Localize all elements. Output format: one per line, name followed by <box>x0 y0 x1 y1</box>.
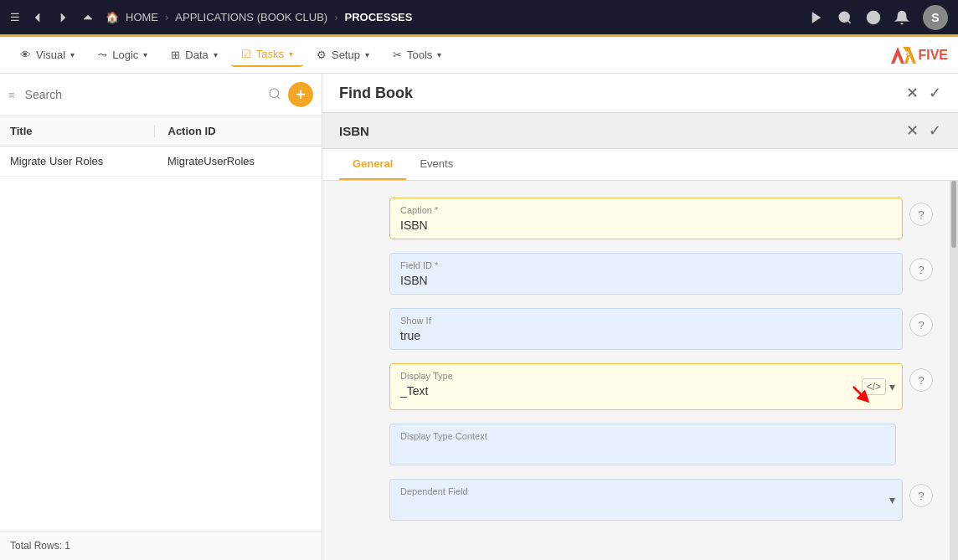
add-button[interactable]: + <box>288 82 313 107</box>
svg-marker-0 <box>812 12 822 23</box>
display-type-context-row: Display Type Context <box>389 424 933 465</box>
notification-icon[interactable] <box>894 10 909 25</box>
tasks-label: Tasks <box>256 48 284 60</box>
isbn-check-button[interactable]: ✓ <box>929 121 941 140</box>
menu-setup[interactable]: ⚙ Setup ▾ <box>306 44 379 66</box>
display-type-value: _Text <box>400 384 892 398</box>
show-if-row: Show If true ? <box>389 308 933 350</box>
find-book-panel-header: Find Book ✕ ✓ <box>322 74 958 113</box>
show-if-help-button[interactable]: ? <box>909 313 933 337</box>
find-book-title: Find Book <box>339 85 906 102</box>
field-id-help-button[interactable]: ? <box>909 258 933 281</box>
dependent-field[interactable]: Dependent Field ▾ <box>389 479 903 521</box>
setup-label: Setup <box>332 49 360 61</box>
menu-visual[interactable]: 👁 Visual ▾ <box>10 44 85 66</box>
table-row[interactable]: Migrate User Roles MigrateUserRoles <box>0 146 322 177</box>
display-type-dropdown-button[interactable]: ▾ <box>889 380 895 393</box>
content-area: Find Book ✕ ✓ ISBN ✕ ✓ General Events <box>322 74 958 560</box>
data-label: Data <box>185 49 208 61</box>
svg-marker-6 <box>903 47 916 64</box>
logic-caret: ▾ <box>143 50 147 59</box>
tools-caret: ▾ <box>437 50 441 59</box>
tasks-icon: ☑ <box>241 48 251 60</box>
tab-general[interactable]: General <box>339 149 406 180</box>
scrollbar-thumb[interactable] <box>951 181 956 248</box>
back-icon[interactable] <box>30 10 45 25</box>
display-type-help-button[interactable]: ? <box>909 368 933 392</box>
form-content: Caption * ISBN ? Field ID * ISBN ? <box>322 181 950 560</box>
title-column-header: Title <box>10 125 155 137</box>
record-icon[interactable] <box>837 10 852 25</box>
menu-data[interactable]: ⊞ Data ▾ <box>161 44 227 66</box>
separator-2: › <box>334 11 337 23</box>
sidebar-footer: Total Rows: 1 <box>0 531 322 560</box>
display-type-row: Display Type _Text </> ▾ <box>389 363 933 410</box>
logic-icon: ⤳ <box>98 49 107 61</box>
find-book-close-button[interactable]: ✕ <box>906 84 919 102</box>
display-type-context-field[interactable]: Display Type Context <box>389 424 896 465</box>
processes-label[interactable]: PROCESSES <box>344 11 412 23</box>
home-icon: 🏠 <box>106 11 119 23</box>
breadcrumb: 🏠 HOME › APPLICATIONS (BOOK CLUB) › PROC… <box>106 11 412 23</box>
setup-icon: ⚙ <box>317 49 327 61</box>
main-layout: ≡ + Title Action ID Migrate User Roles M… <box>0 74 958 560</box>
filter-icon[interactable]: ≡ <box>8 89 15 101</box>
sidebar-search-bar: ≡ + <box>0 74 322 116</box>
home-label[interactable]: HOME <box>126 11 158 23</box>
field-id-field[interactable]: Field ID * ISBN <box>389 253 903 295</box>
dependent-field-row: Dependent Field ▾ ? <box>389 479 933 521</box>
visual-caret: ▾ <box>70 50 75 59</box>
user-avatar[interactable]: S <box>923 5 948 30</box>
isbn-close-button[interactable]: ✕ <box>906 121 919 140</box>
caption-field[interactable]: Caption * ISBN <box>389 198 903 239</box>
visual-label: Visual <box>36 49 65 61</box>
tools-icon: ✂ <box>393 49 402 61</box>
isbn-title: ISBN <box>339 124 906 138</box>
field-id-label: Field ID * <box>400 260 892 270</box>
row-action-id: MigrateUserRoles <box>154 155 312 167</box>
menu-tools[interactable]: ✂ Tools ▾ <box>383 44 451 66</box>
show-if-label: Show If <box>400 316 892 326</box>
svg-marker-5 <box>891 47 904 64</box>
five-logo: FIVE <box>891 47 948 64</box>
find-book-actions: ✕ ✓ <box>906 84 941 102</box>
svg-point-1 <box>839 12 849 22</box>
menu-logic[interactable]: ⤳ Logic ▾ <box>88 44 157 66</box>
display-type-field[interactable]: Display Type _Text </> ▾ <box>389 363 903 410</box>
svg-line-2 <box>847 20 850 23</box>
forward-icon[interactable] <box>55 10 70 25</box>
show-if-value: true <box>400 329 892 342</box>
field-id-value: ISBN <box>400 274 892 287</box>
display-type-code-button[interactable]: </> <box>862 378 886 395</box>
play-icon[interactable] <box>809 10 824 25</box>
dependent-field-help-button[interactable]: ? <box>909 484 933 507</box>
tasks-caret: ▾ <box>289 49 293 59</box>
tools-label: Tools <box>407 49 432 61</box>
search-input[interactable] <box>25 88 261 101</box>
data-icon: ⊞ <box>171 49 180 61</box>
field-id-row: Field ID * ISBN ? <box>389 253 933 295</box>
menu-tasks[interactable]: ☑ Tasks ▾ <box>231 43 303 67</box>
caption-value: ISBN <box>400 218 892 232</box>
app-label[interactable]: APPLICATIONS (BOOK CLUB) <box>175 11 327 23</box>
dependent-field-dropdown-button[interactable]: ▾ <box>889 493 895 506</box>
scrollbar[interactable] <box>950 181 958 560</box>
menu-bar: 👁 Visual ▾ ⤳ Logic ▾ ⊞ Data ▾ ☑ Tasks ▾ … <box>0 37 958 74</box>
dependent-field-label: Dependent Field <box>400 486 892 496</box>
find-book-check-button[interactable]: ✓ <box>929 84 941 102</box>
logic-label: Logic <box>112 49 138 61</box>
sidebar: ≡ + Title Action ID Migrate User Roles M… <box>0 74 322 560</box>
help-icon[interactable] <box>866 10 881 25</box>
show-if-field[interactable]: Show If true <box>389 308 903 350</box>
setup-caret: ▾ <box>365 50 369 59</box>
caption-row: Caption * ISBN ? <box>389 198 933 239</box>
caption-help-button[interactable]: ? <box>909 203 933 226</box>
tab-events[interactable]: Events <box>406 149 466 180</box>
up-icon[interactable] <box>80 10 95 25</box>
search-icon <box>268 87 281 103</box>
display-type-label: Display Type <box>400 371 892 381</box>
svg-line-8 <box>277 96 280 99</box>
menu-icon[interactable]: ☰ <box>10 11 20 23</box>
row-title: Migrate User Roles <box>10 155 154 167</box>
svg-point-7 <box>270 89 279 98</box>
